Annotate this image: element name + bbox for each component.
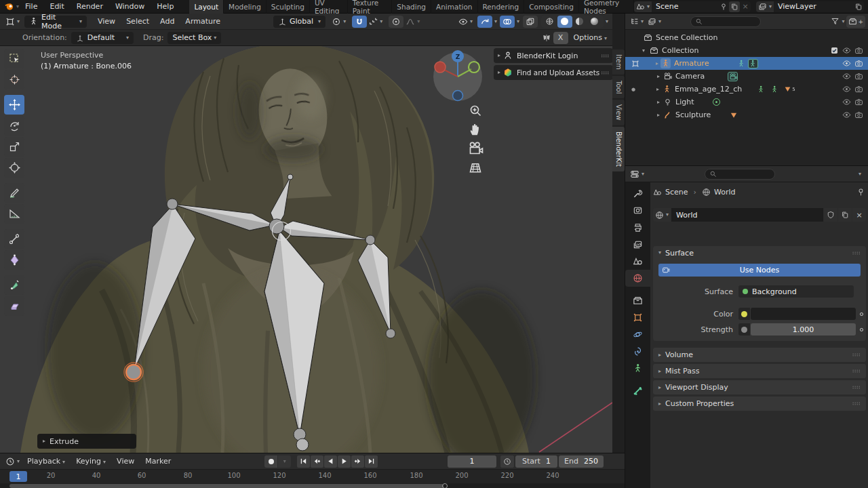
- panel-grip-icon[interactable]: [852, 251, 861, 256]
- snap-toggle[interactable]: [352, 16, 367, 28]
- viewport-display-panel[interactable]: ▸Viewport Display: [653, 380, 866, 394]
- jump-to-start-button[interactable]: [297, 455, 310, 468]
- viewlayer-copy-icon[interactable]: [853, 1, 864, 12]
- properties-editor-type-button[interactable]: ▾: [628, 168, 646, 180]
- blenderkit-assets-panel[interactable]: ▸ Find and Upload Assets: [494, 65, 613, 80]
- tool-shear[interactable]: [4, 296, 24, 316]
- orientation-dropdown[interactable]: Default▾: [71, 32, 134, 44]
- tool-scale[interactable]: [4, 137, 24, 157]
- play-button[interactable]: [338, 455, 351, 468]
- timeline-ruler[interactable]: 20 40 60 80 100 120 140 160 180 200 220 …: [0, 470, 625, 483]
- use-preview-range-button[interactable]: [500, 455, 514, 468]
- zoom-button[interactable]: [467, 102, 484, 119]
- use-nodes-button[interactable]: Use Nodes: [658, 264, 861, 277]
- viewlayer-selector[interactable]: ▾ ViewLayer: [756, 1, 864, 12]
- prev-keyframe-button[interactable]: [311, 455, 323, 468]
- show-gizmo-toggle[interactable]: [477, 16, 492, 28]
- workspace-tab-rendering[interactable]: Rendering: [478, 0, 525, 14]
- tab-object[interactable]: [625, 309, 650, 326]
- hide-eye-icon[interactable]: [842, 85, 851, 94]
- menu-window[interactable]: Window: [109, 2, 151, 11]
- menu-add[interactable]: Add: [155, 17, 180, 26]
- shading-wireframe-button[interactable]: [542, 16, 557, 28]
- hide-eye-icon[interactable]: [842, 59, 851, 68]
- render-camera-icon[interactable]: [854, 72, 863, 81]
- mirror-x-toggle[interactable]: X: [553, 32, 568, 44]
- drag-dropdown[interactable]: Select Box▾: [167, 32, 221, 44]
- workspace-tab-uv-editing[interactable]: UV Editing: [310, 0, 348, 14]
- collection-expand-icon[interactable]: ▾: [640, 47, 647, 54]
- pivot-point-dropdown[interactable]: ▾: [330, 16, 348, 28]
- menu-edit[interactable]: Edit: [43, 2, 70, 11]
- tab-scene[interactable]: [625, 253, 650, 270]
- expand-icon[interactable]: ▸: [654, 60, 660, 66]
- sidebar-tab-tool[interactable]: Tool: [612, 76, 625, 98]
- proportional-editing-toggle[interactable]: [389, 16, 403, 28]
- tab-world[interactable]: [625, 270, 650, 287]
- show-overlays-toggle[interactable]: [500, 16, 515, 28]
- workspace-tab-texture-paint[interactable]: Texture Paint: [348, 0, 393, 14]
- menu-marker[interactable]: Marker: [140, 457, 176, 466]
- color-value-field[interactable]: [751, 308, 856, 320]
- menu-render[interactable]: Render: [71, 2, 109, 11]
- shading-material-button[interactable]: [572, 16, 587, 28]
- strength-animate-dot[interactable]: [860, 328, 863, 331]
- outliner-row-armature[interactable]: ▸ Armature: [625, 57, 868, 70]
- new-copy-icon[interactable]: [838, 208, 852, 222]
- tool-bone-extrude[interactable]: [4, 275, 24, 295]
- tab-output[interactable]: [625, 219, 650, 236]
- surface-value-dropdown[interactable]: Background: [738, 285, 854, 298]
- menu-view[interactable]: View: [111, 457, 140, 466]
- camera-view-button[interactable]: [467, 140, 484, 157]
- viewlayer-browse-icon[interactable]: ▾: [756, 1, 774, 12]
- sidebar-tab-blenderkit[interactable]: BlenderKit: [612, 127, 625, 171]
- outliner-row-collection[interactable]: ▾ Collection: [625, 44, 868, 57]
- menu-select[interactable]: Select: [121, 17, 155, 26]
- current-frame-field[interactable]: 1: [448, 455, 496, 468]
- timeline-scrollbar[interactable]: [0, 483, 625, 488]
- expand-icon[interactable]: ▸: [655, 99, 662, 105]
- outliner-row-light[interactable]: ▸ Light: [625, 96, 868, 108]
- scrollbar-thumb[interactable]: [9, 484, 443, 488]
- strength-socket[interactable]: [738, 323, 750, 336]
- world-name-field[interactable]: World: [671, 208, 823, 222]
- tool-bone-envelope[interactable]: [4, 250, 24, 270]
- render-camera-icon[interactable]: [854, 46, 863, 55]
- camera-data-icon[interactable]: [728, 72, 738, 81]
- hide-eye-icon[interactable]: [842, 110, 851, 119]
- shading-rendered-button[interactable]: [587, 16, 602, 28]
- blenderkit-login-panel[interactable]: ▸ BlenderKit Login: [494, 48, 613, 63]
- gizmo-axis-z-neg[interactable]: [453, 91, 463, 101]
- properties-search-input[interactable]: [705, 169, 775, 180]
- outliner-row-sculpture[interactable]: ▸ Sculpture: [625, 108, 868, 121]
- armature-data-icon[interactable]: [748, 59, 758, 68]
- tool-move[interactable]: [4, 95, 24, 115]
- hide-eye-icon[interactable]: [842, 72, 851, 81]
- strength-slider[interactable]: 1.000: [751, 323, 856, 336]
- tool-rotate[interactable]: [4, 116, 24, 136]
- options-dropdown[interactable]: Options▾: [568, 33, 612, 42]
- panel-expand-icon[interactable]: ▸: [498, 53, 500, 58]
- tab-view-layer[interactable]: [625, 236, 650, 253]
- tab-physics[interactable]: [625, 326, 650, 343]
- outliner-row-camera[interactable]: ▸ Camera: [625, 70, 868, 83]
- render-camera-icon[interactable]: [854, 110, 863, 119]
- menu-help[interactable]: Help: [151, 2, 180, 11]
- show-hide-dropdown[interactable]: ▾: [456, 16, 475, 28]
- gizmo-axis-y[interactable]: [469, 62, 479, 73]
- shading-solid-button[interactable]: [557, 16, 572, 28]
- menu-view[interactable]: View: [92, 17, 121, 26]
- expand-icon[interactable]: ▸: [655, 112, 662, 118]
- new-collection-button[interactable]: +: [846, 16, 865, 28]
- expand-icon[interactable]: ▸: [654, 86, 661, 92]
- shading-dropdown-icon[interactable]: ▾: [606, 19, 608, 24]
- outliner-search-input[interactable]: [690, 16, 761, 27]
- sidebar-tab-view[interactable]: View: [612, 100, 625, 125]
- sidebar-tab-item[interactable]: Item: [612, 49, 625, 75]
- sculpture-mesh-icon[interactable]: [730, 111, 738, 119]
- tool-bone-roll[interactable]: [4, 229, 24, 249]
- mist-pass-panel[interactable]: ▸Mist Pass: [653, 364, 866, 378]
- tool-select-box[interactable]: [4, 49, 24, 68]
- overlays-dropdown-icon[interactable]: ▾: [517, 19, 519, 24]
- render-camera-icon[interactable]: [854, 98, 863, 106]
